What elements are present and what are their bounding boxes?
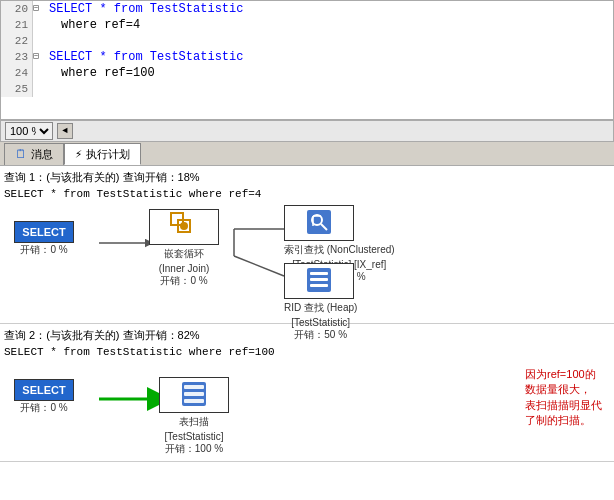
line-num-25: 25	[1, 81, 33, 97]
table-scan-icon	[180, 380, 208, 408]
exec-area: 查询 1：(与该批有关的) 查询开销：18% SELECT * from Tes…	[0, 166, 614, 500]
svg-rect-18	[184, 385, 204, 389]
query2-table-scan-title2: [TestStatistic]	[159, 431, 229, 442]
query1-index-seek-box	[284, 205, 354, 241]
query1-section: 查询 1：(与该批有关的) 查询开销：18% SELECT * from Tes…	[0, 166, 614, 324]
query2-select-cost: 开销：0 %	[14, 401, 74, 415]
code-text-21: where ref=4	[45, 17, 140, 33]
code-text-25	[45, 81, 56, 97]
query2-table-scan-cost: 开销：100 %	[159, 442, 229, 456]
query1-nested-loop-subtitle: (Inner Join)	[149, 263, 219, 274]
collapse-25	[33, 81, 45, 97]
query2-select-label: SELECT	[21, 384, 67, 396]
collapse-23[interactable]: ⊟	[33, 49, 45, 65]
query1-select-cost: 开销：0 %	[14, 243, 74, 257]
nested-loop-icon	[170, 212, 198, 240]
messages-icon: 🗒	[15, 147, 27, 162]
tab-messages-label: 消息	[31, 147, 53, 162]
zoom-bar: 100 % 75 % 50 % 150 % ◄	[0, 120, 614, 142]
query1-nested-loop-cost: 开销：0 %	[149, 274, 219, 288]
query1-rid-lookup-title2: [TestStatistic]	[284, 317, 357, 328]
query1-rid-lookup-title1: RID 查找 (Heap)	[284, 301, 357, 315]
tab-execplan-label: 执行计划	[86, 147, 130, 162]
code-editor: 20 ⊟ SELECT * from TestStatistic 21 wher…	[0, 0, 614, 120]
svg-rect-20	[184, 399, 204, 403]
index-seek-icon	[305, 208, 333, 236]
query1-nested-loop-title: 嵌套循环	[149, 247, 219, 261]
collapse-21	[33, 17, 45, 33]
collapse-24	[33, 65, 45, 81]
query1-rid-lookup-box	[284, 263, 354, 299]
zoom-select[interactable]: 100 % 75 % 50 % 150 %	[5, 122, 53, 140]
tab-execplan[interactable]: ⚡ 执行计划	[64, 143, 141, 165]
query1-index-seek-title1: 索引查找 (NonClustered)	[284, 243, 395, 257]
code-text-23: SELECT * from TestStatistic	[45, 49, 243, 65]
query1-select-label: SELECT	[21, 226, 67, 238]
code-line-20: 20 ⊟ SELECT * from TestStatistic	[1, 1, 613, 17]
query2-table-scan-title1: 表扫描	[159, 415, 229, 429]
svg-rect-7	[307, 210, 331, 234]
svg-rect-13	[310, 272, 328, 275]
code-line-25: 25	[1, 81, 613, 97]
tab-bar: 🗒 消息 ⚡ 执行计划	[0, 142, 614, 166]
scroll-left-btn[interactable]: ◄	[57, 123, 73, 139]
query1-header: 查询 1：(与该批有关的) 查询开销：18%	[4, 168, 610, 187]
query2-table-scan-box	[159, 377, 229, 413]
query1-plan-diagram: SELECT 开销：0 % 嵌套循环 (Inner Join) 开销：0 %	[4, 201, 610, 321]
svg-line-3	[234, 256, 284, 276]
query2-select-box: SELECT	[14, 379, 74, 401]
collapse-20[interactable]: ⊟	[33, 1, 45, 17]
line-num-21: 21	[1, 17, 33, 33]
code-line-22: 22	[1, 33, 613, 49]
query2-table-scan-node: 表扫描 [TestStatistic] 开销：100 %	[159, 377, 229, 456]
line-num-22: 22	[1, 33, 33, 49]
line-num-24: 24	[1, 65, 33, 81]
collapse-22	[33, 33, 45, 49]
query1-nested-loop-box	[149, 209, 219, 245]
query2-plan-diagram: SELECT 开销：0 % 表扫描 [TestStatistic] 开销：100…	[4, 359, 610, 459]
query2-comment: 因为ref=100的 数据量很大， 表扫描描明显代 了制的扫描。	[525, 367, 602, 429]
svg-rect-14	[310, 278, 328, 281]
svg-rect-19	[184, 392, 204, 396]
query1-select-box: SELECT	[14, 221, 74, 243]
svg-rect-15	[310, 284, 328, 287]
svg-point-6	[180, 222, 188, 230]
code-line-21: 21 where ref=4	[1, 17, 613, 33]
query2-sql: SELECT * from TestStatistic where ref=10…	[4, 345, 610, 359]
query1-sql: SELECT * from TestStatistic where ref=4	[4, 187, 610, 201]
query1-rid-lookup-cost: 开销：50 %	[284, 328, 357, 342]
query1-rid-lookup-node: RID 查找 (Heap) [TestStatistic] 开销：50 %	[284, 263, 357, 342]
code-text-20: SELECT * from TestStatistic	[45, 1, 243, 17]
code-line-23: 23 ⊟ SELECT * from TestStatistic	[1, 49, 613, 65]
query1-nested-loop-node: 嵌套循环 (Inner Join) 开销：0 %	[149, 209, 219, 288]
query2-section: 查询 2：(与该批有关的) 查询开销：82% SELECT * from Tes…	[0, 324, 614, 462]
execplan-icon: ⚡	[75, 147, 82, 162]
query1-select-node: SELECT 开销：0 %	[14, 221, 74, 257]
line-num-20: 20	[1, 1, 33, 17]
code-text-24: where ref=100	[45, 65, 155, 81]
code-line-24: 24 where ref=100	[1, 65, 613, 81]
query2-select-node: SELECT 开销：0 %	[14, 379, 74, 415]
line-num-23: 23	[1, 49, 33, 65]
tab-messages[interactable]: 🗒 消息	[4, 143, 64, 165]
code-text-22	[45, 33, 56, 49]
rid-lookup-icon	[305, 266, 333, 294]
query2-connectors	[4, 359, 610, 459]
